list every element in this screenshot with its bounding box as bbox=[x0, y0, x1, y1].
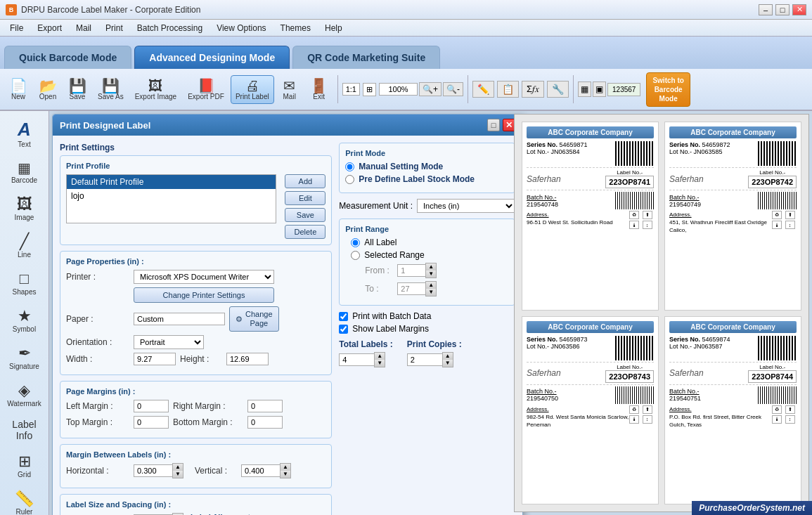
vertical-input[interactable] bbox=[241, 464, 280, 477]
sidebar-tool-grid[interactable]: ⊞ Grid bbox=[4, 448, 46, 483]
open-button[interactable]: 📂 Open bbox=[34, 75, 62, 104]
predefine-mode-radio[interactable] bbox=[345, 175, 354, 184]
print-label-button[interactable]: 🖨 Print Label bbox=[231, 75, 274, 104]
right-margin-input[interactable] bbox=[247, 400, 283, 412]
export-pdf-button[interactable]: 📕 Export PDF bbox=[183, 75, 229, 104]
profile-item-lojo[interactable]: lojo bbox=[67, 189, 276, 203]
menu-print[interactable]: Print bbox=[98, 22, 130, 34]
zoom-in-button[interactable]: 🔍+ bbox=[419, 82, 442, 96]
tab-advanced-designing[interactable]: Advanced Designing Mode bbox=[134, 46, 290, 69]
copy-button[interactable]: 📋 bbox=[497, 81, 519, 98]
top-margin-input[interactable] bbox=[134, 416, 169, 429]
add-profile-button[interactable]: Add bbox=[285, 174, 326, 188]
total-labels-up-button[interactable]: ▲ bbox=[375, 353, 385, 360]
bottom-margin-input[interactable] bbox=[247, 416, 283, 429]
total-labels-down-button[interactable]: ▼ bbox=[375, 360, 385, 367]
window-controls[interactable]: – □ ✕ bbox=[759, 4, 806, 15]
to-input[interactable] bbox=[397, 282, 425, 295]
menu-export[interactable]: Export bbox=[30, 22, 69, 34]
save-button[interactable]: 💾 Save bbox=[63, 75, 91, 104]
show-margins-checkbox[interactable] bbox=[339, 325, 348, 334]
barcode-tool-1[interactable]: ▦ bbox=[578, 82, 591, 97]
switch-to-barcode-button[interactable]: Switch to Barcode Mode bbox=[646, 72, 690, 107]
orientation-select[interactable]: Portrait bbox=[134, 335, 204, 349]
from-input[interactable] bbox=[397, 264, 425, 277]
from-down-button[interactable]: ▼ bbox=[426, 270, 436, 278]
mail-button[interactable]: ✉ Mail bbox=[276, 75, 304, 104]
label-no-box-2: 223OP8742 bbox=[748, 176, 797, 188]
exit-button[interactable]: 🚪 Exit bbox=[305, 75, 333, 104]
height-input[interactable] bbox=[226, 353, 269, 365]
sidebar-tool-watermark[interactable]: ◈ Watermark bbox=[4, 377, 46, 412]
label-sig-row-3: Saferhan Label No.- 223OP8743 bbox=[527, 362, 654, 385]
profile-list[interactable]: Default Print Profile lojo bbox=[66, 174, 276, 223]
total-labels-spinner: ▲ ▼ bbox=[339, 352, 392, 367]
export-image-button[interactable]: 🖼 Export Image bbox=[130, 75, 181, 104]
sidebar-tool-signature[interactable]: ✒ Signature bbox=[4, 339, 46, 375]
menu-batch-processing[interactable]: Batch Processing bbox=[130, 22, 210, 34]
width-input[interactable] bbox=[134, 353, 176, 365]
sidebar-tool-shapes[interactable]: □ Shapes bbox=[4, 265, 46, 301]
edit-tools: ✏️ 📋 Σ𝑓𝑥 🔧 bbox=[472, 81, 569, 98]
formula-button[interactable]: Σ𝑓𝑥 bbox=[522, 81, 544, 98]
manual-mode-radio[interactable] bbox=[345, 162, 354, 171]
zoom-out-button[interactable]: 🔍- bbox=[443, 82, 463, 96]
barcode-tool-2[interactable]: ▣ bbox=[593, 82, 606, 97]
menu-mail[interactable]: Mail bbox=[69, 22, 98, 34]
label-info-icon: Label Info bbox=[7, 419, 42, 441]
to-up-button[interactable]: ▲ bbox=[426, 282, 436, 289]
menu-help[interactable]: Help bbox=[318, 22, 349, 34]
edit-button[interactable]: ✏️ bbox=[472, 81, 494, 98]
from-up-button[interactable]: ▲ bbox=[426, 263, 436, 270]
icon-7: 🌡 bbox=[772, 221, 782, 229]
vertical-up-button[interactable]: ▲ bbox=[281, 464, 290, 471]
properties-button[interactable]: 🔧 bbox=[547, 81, 569, 98]
left-margin-input[interactable] bbox=[134, 400, 169, 412]
menu-themes[interactable]: Themes bbox=[273, 22, 318, 34]
printer-select[interactable]: Microsoft XPS Document Writer bbox=[134, 270, 274, 284]
profile-item-default[interactable]: Default Print Profile bbox=[67, 175, 276, 189]
selected-range-radio[interactable] bbox=[351, 251, 360, 260]
to-down-button[interactable]: ▼ bbox=[426, 289, 436, 296]
all-label-radio[interactable] bbox=[351, 238, 360, 247]
total-labels-input[interactable] bbox=[339, 353, 374, 366]
new-button[interactable]: 📄 New bbox=[4, 75, 32, 104]
tab-qr-code[interactable]: QR Code Marketing Suite bbox=[292, 46, 440, 69]
dialog-maximize-button[interactable]: □ bbox=[487, 119, 500, 131]
sidebar-tool-barcode[interactable]: ▦ Barcode bbox=[4, 155, 46, 189]
label-icons-1: ♻ ⬆ 🌡 ↕ bbox=[629, 211, 654, 229]
close-window-button[interactable]: ✕ bbox=[792, 4, 806, 15]
paper-input[interactable] bbox=[134, 313, 225, 325]
print-batch-checkbox[interactable] bbox=[339, 312, 348, 321]
minimize-button[interactable]: – bbox=[759, 4, 773, 15]
ruler-icon: 📏 bbox=[15, 490, 34, 508]
horizontal-up-button[interactable]: ▲ bbox=[173, 464, 183, 471]
maximize-button[interactable]: □ bbox=[775, 4, 790, 15]
horizontal-input[interactable] bbox=[134, 464, 172, 477]
menu-file[interactable]: File bbox=[3, 22, 30, 34]
sidebar-tool-line[interactable]: ╱ Line bbox=[4, 228, 46, 263]
print-copies-up-button[interactable]: ▲ bbox=[443, 353, 453, 360]
vertical-down-button[interactable]: ▼ bbox=[281, 471, 290, 478]
edit-profile-button[interactable]: Edit bbox=[285, 191, 326, 205]
change-printer-button[interactable]: Change Printer Settings bbox=[134, 287, 274, 303]
change-page-button[interactable]: ⚙ Change Page bbox=[229, 306, 279, 332]
measurement-select[interactable]: Inches (in) Centimeters (cm) Millimeters… bbox=[417, 199, 515, 213]
print-copies-down-button[interactable]: ▼ bbox=[443, 360, 453, 367]
sidebar-tool-image[interactable]: 🖼 Image bbox=[4, 190, 46, 226]
fit-page-button[interactable]: ⊞ bbox=[363, 83, 376, 96]
save-profile-button[interactable]: Save bbox=[285, 208, 326, 222]
delete-profile-button[interactable]: Delete bbox=[285, 225, 326, 239]
page-properties-section: Page Properties (in) : Printer : Microso… bbox=[60, 251, 332, 375]
sidebar-tool-ruler[interactable]: 📏 Ruler bbox=[4, 485, 46, 515]
sidebar-tool-symbol[interactable]: ★ Symbol bbox=[4, 302, 46, 338]
mail-icon: ✉ bbox=[283, 79, 295, 93]
sidebar-tool-text[interactable]: A Text bbox=[4, 114, 46, 153]
tab-quick-barcode[interactable]: Quick Barcode Mode bbox=[4, 46, 131, 69]
sidebar-tool-label-info[interactable]: Label Info bbox=[4, 414, 46, 446]
print-copies-input[interactable] bbox=[407, 353, 442, 366]
save-as-button[interactable]: 💾 Save As bbox=[93, 75, 129, 104]
margin-between-title: Margin Between Labels (in) : bbox=[66, 450, 326, 459]
horizontal-down-button[interactable]: ▼ bbox=[173, 471, 183, 478]
menu-view-options[interactable]: View Options bbox=[210, 22, 273, 34]
